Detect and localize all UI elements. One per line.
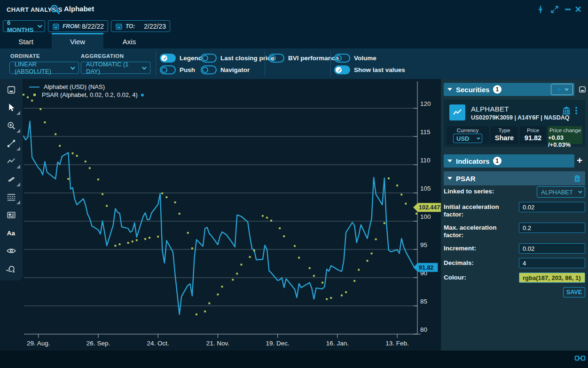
ordinate-label: ORDINATE	[10, 53, 40, 59]
visibility-eye-icon[interactable]	[0, 242, 23, 260]
toggle-volume[interactable]: Volume	[334, 53, 376, 63]
increment-input[interactable]	[519, 243, 585, 254]
view-ribbon: ORDINATE LINEAR (ABSOLUTE) AGGREGATION A…	[0, 48, 588, 79]
tab-view[interactable]: View	[52, 33, 103, 48]
max-af-input[interactable]	[519, 223, 585, 233]
calendar-icon	[115, 23, 123, 30]
price-change-value: +0.03 /+0.03%	[548, 134, 582, 148]
price-change-cell: Price change +0.03 /+0.03%	[548, 126, 582, 144]
initial-af-input[interactable]	[519, 202, 585, 212]
save-button[interactable]: SAVE	[563, 287, 585, 297]
divider	[156, 51, 156, 76]
legend-item-price[interactable]: Alphabet (USD) (NAS)	[29, 83, 144, 91]
decimals-input[interactable]	[519, 258, 585, 268]
text-tool-icon[interactable]: Aa	[0, 224, 23, 242]
ordinate-dropdown[interactable]: LINEAR (ABSOLUTE)	[9, 62, 79, 74]
security-menu-icon[interactable]	[575, 106, 577, 115]
from-date-picker[interactable]: FROM: 8/22/22	[48, 20, 108, 32]
psar-section-header[interactable]: PSAR	[444, 171, 585, 185]
tab-axis[interactable]: Axis	[103, 33, 155, 48]
trend-line-tool-icon[interactable]	[0, 135, 23, 152]
linked-series-dropdown[interactable]: ALPHABET	[537, 186, 585, 198]
svg-text:21. Nov.: 21. Nov.	[206, 340, 229, 347]
zigzag-tool-icon[interactable]	[0, 152, 23, 170]
aggregation-dropdown[interactable]: AUTOMATIC (1 DAY)	[81, 62, 150, 74]
svg-text:29. Aug.: 29. Aug.	[27, 340, 50, 347]
divider	[330, 51, 331, 76]
legend-price-label: Alphabet (USD) (NAS)	[44, 83, 105, 90]
title-bar: CHART ANALYSIS Alphabet ✕	[0, 0, 588, 19]
save-row: SAVE	[444, 287, 585, 297]
divider	[265, 51, 265, 76]
toggle-bvi-performance[interactable]: BVI performance	[268, 53, 339, 63]
to-date-picker[interactable]: TO: 2/22/23	[111, 20, 170, 32]
range-value: 6 MONTHS	[7, 19, 38, 33]
parallelogram-tool-icon[interactable]	[0, 170, 23, 188]
range-dropdown[interactable]: 6 MONTHS	[3, 20, 45, 32]
security-card[interactable]: ALPHABET US02079K3059 | A14Y6F | NASDAQ …	[444, 100, 585, 147]
exchange-bank-icon[interactable]	[561, 105, 572, 116]
aggregation-label: AGGREGATION	[81, 53, 124, 59]
price-line-series	[24, 121, 416, 314]
drawing-toolbar: Aa	[0, 79, 23, 280]
search-input[interactable]: Alphabet	[64, 5, 94, 13]
toggle-show-last-values[interactable]: Show last values	[334, 65, 405, 74]
currency-cell: Currency USD	[447, 126, 489, 144]
chart-canvas[interactable]: 1201151101051009590858029. Aug.26. Sep.2…	[0, 79, 441, 351]
collapse-panel-icon[interactable]	[0, 81, 23, 99]
last-value-tag: 102.4473	[413, 203, 441, 212]
svg-text:100: 100	[420, 213, 431, 220]
currency-dropdown[interactable]: USD	[453, 134, 482, 143]
delete-indicator-icon[interactable]	[573, 174, 581, 183]
toggle-navigator[interactable]: Navigator	[201, 65, 250, 74]
dock-compress-icon[interactable]	[535, 4, 546, 15]
link-windows-icon[interactable]	[574, 354, 586, 362]
psar-dots-series	[23, 94, 417, 315]
fibonacci-grid-tool-icon[interactable]	[0, 188, 23, 206]
magnet-snap-icon[interactable]	[0, 260, 23, 278]
indicators-title: Indicators	[456, 157, 490, 165]
svg-text:80: 80	[420, 326, 427, 333]
right-panel: Securities 1 + ALPHABET US02079K3059 | A…	[441, 79, 588, 351]
to-label: TO:	[125, 23, 135, 30]
svg-text:Aa: Aa	[7, 230, 16, 237]
svg-text:105: 105	[420, 185, 431, 192]
psar-colour-input[interactable]	[519, 272, 585, 283]
indicators-count-badge: 1	[493, 157, 502, 165]
chart-legend: Alphabet (USD) (NAS) PSAR (Alphabet, 0.0…	[29, 83, 144, 99]
securities-header[interactable]: Securities 1 +	[444, 83, 574, 96]
svg-text:26. Sep.: 26. Sep.	[86, 340, 110, 347]
search-icon[interactable]	[49, 3, 61, 16]
add-indicator-button[interactable]: +	[577, 155, 582, 166]
expand-icon[interactable]	[549, 4, 560, 15]
tab-start[interactable]: Start	[0, 33, 52, 48]
security-chart-icon	[449, 104, 465, 120]
svg-text:95: 95	[420, 241, 427, 248]
security-identifier: US02079K3059 | A14Y6F | NASDAQ	[471, 114, 569, 121]
indicators-header[interactable]: Indicators 1 +	[444, 154, 574, 168]
zoom-in-tool-icon[interactable]	[0, 117, 23, 135]
svg-text:19. Dec.: 19. Dec.	[266, 340, 290, 347]
toggle-push[interactable]: Push	[160, 65, 195, 74]
psar-settings: Linked to series: ALPHABET Initial accel…	[444, 186, 585, 297]
add-security-button[interactable]: +	[551, 84, 573, 95]
close-icon[interactable]: ✕	[572, 4, 584, 15]
toggle-last-closing-price[interactable]: Last closing price	[201, 53, 274, 63]
price-line-swatch	[29, 87, 39, 88]
securities-title: Securities	[456, 86, 490, 94]
svg-text:16. Jan.: 16. Jan.	[326, 340, 349, 347]
svg-text:102.4473: 102.4473	[419, 204, 441, 211]
date-controls: 6 MONTHS FROM: 8/22/22 TO: 2/22/23	[0, 19, 588, 33]
to-value[interactable]: 2/22/23	[144, 23, 166, 30]
max-af-row: Max. acceleration factor:	[444, 223, 585, 239]
caret-down-icon	[447, 160, 452, 162]
legend-item-psar[interactable]: PSAR (Alphabet, 0.02, 0.2, 0.02, 4)	[29, 91, 144, 99]
window-menu-icon[interactable]	[562, 4, 573, 15]
securities-count-badge: 1	[493, 85, 502, 94]
from-value[interactable]: 8/22/22	[82, 23, 104, 30]
news-tool-icon[interactable]	[0, 206, 23, 224]
chart-analysis-window: CHART ANALYSIS Alphabet ✕ 6 MONTHS FROM:…	[0, 0, 588, 368]
toggle-legend[interactable]: Legend	[160, 53, 202, 63]
collapse-securities-icon[interactable]	[578, 85, 587, 94]
cursor-tool-icon[interactable]	[0, 99, 23, 117]
